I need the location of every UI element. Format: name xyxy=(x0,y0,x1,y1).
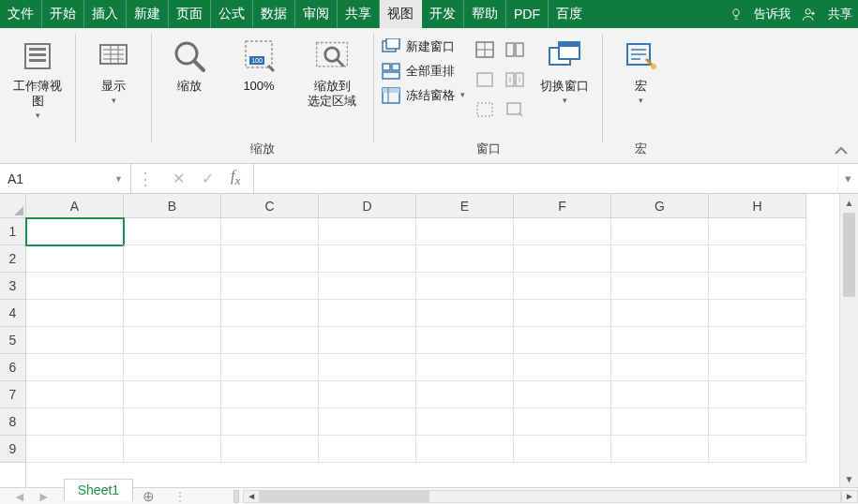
unhide-window-icon[interactable] xyxy=(474,99,495,120)
cell-A7[interactable] xyxy=(26,381,124,408)
cell-B4[interactable] xyxy=(124,300,221,327)
cell-D1[interactable] xyxy=(319,218,416,245)
zoom-selection-button[interactable]: 缩放到选定区域 xyxy=(298,32,366,109)
cell-F2[interactable] xyxy=(514,245,611,273)
cell-D4[interactable] xyxy=(319,300,416,327)
tab-help[interactable]: 帮助 xyxy=(464,0,506,28)
cell-G7[interactable] xyxy=(611,381,709,408)
cell-A2[interactable] xyxy=(26,245,124,273)
tab-home[interactable]: 开始 xyxy=(42,0,84,28)
sheet-nav-prev[interactable]: ◄ xyxy=(13,489,26,504)
cell-F4[interactable] xyxy=(514,300,611,327)
cell-H7[interactable] xyxy=(709,381,806,408)
hscroll-right-button[interactable]: ► xyxy=(841,490,858,503)
hscroll-left-button[interactable]: ◄ xyxy=(243,490,260,503)
cell-D5[interactable] xyxy=(319,327,416,354)
cell-A3[interactable] xyxy=(26,273,124,300)
tab-review[interactable]: 审阅 xyxy=(295,0,338,28)
cell-A9[interactable] xyxy=(26,436,124,463)
cell-H1[interactable] xyxy=(709,218,806,245)
cell-G6[interactable] xyxy=(611,354,709,381)
cell-H2[interactable] xyxy=(709,245,806,273)
column-header-D[interactable]: D xyxy=(319,194,416,218)
cell-H6[interactable] xyxy=(709,354,806,381)
cell-B7[interactable] xyxy=(124,381,221,408)
column-header-H[interactable]: H xyxy=(709,194,806,218)
row-header-8[interactable]: 8 xyxy=(0,408,25,436)
tell-me[interactable]: 告诉我 xyxy=(754,6,790,22)
tab-baidu[interactable]: 百度 xyxy=(549,0,590,28)
cell-C5[interactable] xyxy=(221,327,319,354)
cell-C8[interactable] xyxy=(221,408,319,436)
horizontal-scrollbar[interactable]: ◄ ► xyxy=(233,490,858,503)
cell-F7[interactable] xyxy=(514,381,611,408)
tab-page[interactable]: 页面 xyxy=(169,0,211,28)
cell-H5[interactable] xyxy=(709,327,806,354)
vertical-scrollbar[interactable]: ▲ ▼ xyxy=(839,194,858,487)
display-button[interactable]: 显示 ▾ xyxy=(83,32,143,105)
cell-F1[interactable] xyxy=(514,218,611,245)
sheet-nav-next[interactable]: ► xyxy=(38,489,51,504)
cell-D6[interactable] xyxy=(319,354,416,381)
cell-E1[interactable] xyxy=(416,218,514,245)
row-header-4[interactable]: 4 xyxy=(0,300,25,327)
cell-A1[interactable] xyxy=(26,218,124,245)
cell-E9[interactable] xyxy=(416,436,514,463)
formula-input[interactable] xyxy=(254,164,837,193)
cell-E7[interactable] xyxy=(416,381,514,408)
cell-E3[interactable] xyxy=(416,273,514,300)
cell-G1[interactable] xyxy=(611,218,709,245)
scroll-down-button[interactable]: ▼ xyxy=(840,470,858,487)
tab-develop[interactable]: 开发 xyxy=(422,0,464,28)
column-header-B[interactable]: B xyxy=(124,194,221,218)
macros-button[interactable]: 宏 ▾ xyxy=(610,32,670,105)
column-header-C[interactable]: C xyxy=(221,194,319,218)
cell-D8[interactable] xyxy=(319,408,416,436)
cell-G2[interactable] xyxy=(611,245,709,273)
collapse-ribbon-button[interactable] xyxy=(834,146,849,156)
cell-B8[interactable] xyxy=(124,408,221,436)
cell-C7[interactable] xyxy=(221,381,319,408)
hscroll-handle[interactable] xyxy=(233,490,239,503)
cell-E5[interactable] xyxy=(416,327,514,354)
cell-A5[interactable] xyxy=(26,327,124,354)
row-header-3[interactable]: 3 xyxy=(0,273,25,300)
hscroll-thumb[interactable] xyxy=(261,491,429,502)
cell-C6[interactable] xyxy=(221,354,319,381)
column-header-E[interactable]: E xyxy=(416,194,514,218)
cell-B3[interactable] xyxy=(124,273,221,300)
cell-G8[interactable] xyxy=(611,408,709,436)
cell-F5[interactable] xyxy=(514,327,611,354)
cell-E8[interactable] xyxy=(416,408,514,436)
scroll-up-button[interactable]: ▲ xyxy=(840,194,858,211)
cell-H3[interactable] xyxy=(709,273,806,300)
cell-B2[interactable] xyxy=(124,245,221,273)
zoom-button[interactable]: 缩放 xyxy=(159,32,219,94)
cell-G4[interactable] xyxy=(611,300,709,327)
vscroll-thumb[interactable] xyxy=(843,213,855,297)
workbook-views-button[interactable]: 工作簿视图 ▾ xyxy=(8,32,68,120)
column-header-A[interactable]: A xyxy=(26,194,124,218)
cell-G9[interactable] xyxy=(611,436,709,463)
cell-H8[interactable] xyxy=(709,408,806,436)
column-header-G[interactable]: G xyxy=(611,194,709,218)
cell-C4[interactable] xyxy=(221,300,319,327)
expand-formula-bar-button[interactable]: ▾ xyxy=(837,164,858,193)
cell-B9[interactable] xyxy=(124,436,221,463)
cell-C9[interactable] xyxy=(221,436,319,463)
reset-window-icon[interactable] xyxy=(504,99,525,120)
lightbulb-icon[interactable] xyxy=(730,7,743,21)
cell-F6[interactable] xyxy=(514,354,611,381)
arrange-all-button[interactable]: 全部重排 xyxy=(382,62,465,81)
sync-scroll-icon[interactable] xyxy=(504,69,525,90)
row-header-5[interactable]: 5 xyxy=(0,327,25,354)
name-box[interactable]: A1 ▼ xyxy=(0,164,131,193)
hide-window-icon[interactable] xyxy=(474,69,495,90)
cell-C2[interactable] xyxy=(221,245,319,273)
tab-file[interactable]: 文件 xyxy=(0,0,42,28)
sheet-tab-active[interactable]: Sheet1 xyxy=(64,479,133,501)
cell-C3[interactable] xyxy=(221,273,319,300)
insert-function-button[interactable]: fx xyxy=(231,168,240,188)
freeze-panes-button[interactable]: 冻结窗格 ▾ xyxy=(382,86,465,105)
cell-E2[interactable] xyxy=(416,245,514,273)
